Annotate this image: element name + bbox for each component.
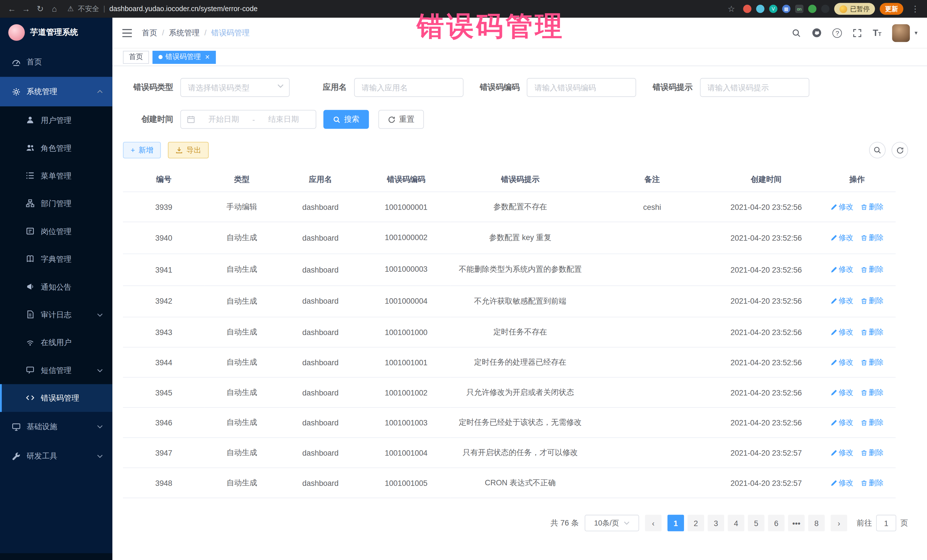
pager-page-6[interactable]: 6: [768, 515, 784, 531]
profile-paused-badge[interactable]: 已暂停: [834, 3, 875, 15]
reset-button[interactable]: 重置: [378, 110, 424, 129]
search-button[interactable]: 搜索: [324, 110, 369, 129]
reload-icon[interactable]: ↻: [33, 4, 47, 14]
pager-page-8[interactable]: 8: [808, 515, 825, 531]
home-icon[interactable]: ⌂: [47, 4, 62, 14]
export-button[interactable]: 导出: [168, 142, 209, 158]
delete-link[interactable]: 删除: [860, 296, 884, 306]
edit-link[interactable]: 修改: [830, 296, 853, 306]
delete-link[interactable]: 删除: [860, 233, 884, 243]
add-button[interactable]: + 新增: [123, 142, 161, 158]
col-time: 创建时间: [714, 168, 818, 192]
tab-home[interactable]: 首页: [123, 50, 149, 64]
warning-icon: ⚠: [67, 5, 74, 13]
cell-actions: 修改 删除: [818, 438, 896, 468]
goto-page-input[interactable]: [876, 515, 896, 531]
tab-error-code[interactable]: 错误码管理 ×: [153, 50, 216, 64]
sidebar-item-home[interactable]: 首页: [0, 47, 112, 77]
delete-link[interactable]: 删除: [860, 478, 884, 488]
drop-extension-icon[interactable]: [756, 5, 764, 13]
delete-link[interactable]: 删除: [860, 387, 884, 398]
user-avatar[interactable]: [892, 24, 910, 42]
sidebar-item-dev-tools[interactable]: 研发工具: [0, 442, 112, 471]
refresh-button[interactable]: [892, 142, 908, 158]
sidebar-item-notice-mgmt[interactable]: 通知公告: [0, 273, 112, 301]
forward-icon[interactable]: →: [19, 4, 33, 14]
avatar-caret-icon[interactable]: ▾: [915, 30, 917, 36]
table-body: 3939 手动编辑 dashboard 1001000001 参数配置不存在 c…: [123, 192, 896, 498]
leaf-extension-icon[interactable]: [808, 5, 816, 13]
bookmark-star-icon[interactable]: ☆: [724, 4, 739, 14]
fullscreen-icon[interactable]: [853, 28, 862, 37]
edit-link[interactable]: 修改: [830, 478, 853, 488]
cell-app: dashboard: [279, 192, 362, 222]
sidebar-item-infra[interactable]: 基础设施: [0, 412, 112, 442]
pager-page-1[interactable]: 1: [667, 515, 684, 531]
close-icon[interactable]: ×: [205, 52, 210, 61]
pager-page-5[interactable]: 5: [748, 515, 764, 531]
plug-extension-icon[interactable]: [821, 5, 830, 13]
pager-page-4[interactable]: 4: [728, 515, 744, 531]
edit-link[interactable]: 修改: [830, 265, 853, 275]
sidebar-item-error-code[interactable]: 错误码管理: [0, 384, 112, 412]
delete-link[interactable]: 删除: [860, 202, 884, 212]
edit-link[interactable]: 修改: [830, 387, 853, 398]
sidebar-item-user-mgmt[interactable]: 用户管理: [0, 106, 112, 134]
edit-link[interactable]: 修改: [830, 233, 853, 243]
app-logo[interactable]: 芋道管理系统: [0, 18, 112, 47]
sidebar-item-system[interactable]: 系统管理: [0, 77, 112, 106]
breadcrumb-home[interactable]: 首页: [142, 27, 157, 38]
table-header-row: 编号 类型 应用名 错误码编码 错误码提示 备注 创建时间 操作: [123, 168, 896, 192]
sidebar-item-role-mgmt[interactable]: 角色管理: [0, 134, 112, 162]
next-page-button[interactable]: ›: [831, 515, 847, 531]
search-icon[interactable]: [792, 28, 801, 37]
pager-page-2[interactable]: 2: [688, 515, 704, 531]
github-icon[interactable]: [812, 28, 822, 38]
update-button[interactable]: 更新: [880, 3, 903, 15]
prev-page-button[interactable]: ‹: [645, 515, 661, 531]
date-range-picker[interactable]: 开始日期 - 结束日期: [180, 110, 316, 129]
cell-id: 3942: [123, 285, 205, 317]
edit-link[interactable]: 修改: [830, 358, 853, 367]
delete-link[interactable]: 删除: [860, 327, 884, 337]
pager-page-3[interactable]: 3: [708, 515, 724, 531]
edit-link[interactable]: 修改: [830, 202, 853, 212]
delete-link[interactable]: 删除: [860, 265, 884, 275]
delete-link[interactable]: 删除: [860, 358, 884, 367]
address-bar[interactable]: ⚠ 不安全 | dashboard.yudao.iocoder.cn/syste…: [62, 4, 724, 14]
sidebar-toggle-icon[interactable]: [122, 29, 132, 37]
edit-link[interactable]: 修改: [830, 418, 853, 428]
sidebar-item-dept-mgmt[interactable]: 部门管理: [0, 190, 112, 217]
error-type-select[interactable]: [180, 78, 290, 97]
edit-link[interactable]: 修改: [830, 327, 853, 337]
browser-menu-icon[interactable]: ⋮: [908, 4, 922, 14]
sidebar-item-sms-mgmt[interactable]: 短信管理: [0, 357, 112, 384]
page-size-select[interactable]: 10条/页: [585, 515, 639, 531]
delete-link[interactable]: 删除: [860, 448, 884, 458]
on-badge-extension-icon[interactable]: on: [795, 5, 804, 13]
sidebar-item-audit-log[interactable]: 审计日志: [0, 301, 112, 328]
grid-extension-icon[interactable]: ▦: [782, 5, 790, 13]
sidebar-item-post-mgmt[interactable]: 岗位管理: [0, 217, 112, 245]
cell-time: 2021-04-20 23:52:56: [714, 285, 818, 317]
app-name-input[interactable]: [354, 78, 463, 97]
sidebar-item-menu-mgmt[interactable]: 菜单管理: [0, 162, 112, 190]
toggle-search-button[interactable]: [869, 142, 886, 158]
cell-time: 2021-04-20 23:52:56: [714, 222, 818, 254]
pager-ellipsis[interactable]: •••: [788, 515, 805, 531]
help-icon[interactable]: ?: [833, 28, 842, 37]
sidebar-item-online-users[interactable]: 在线用户: [0, 328, 112, 356]
v-extension-icon[interactable]: V: [769, 5, 778, 13]
edit-link[interactable]: 修改: [830, 448, 853, 458]
sidebar-collapse-bar[interactable]: [0, 553, 112, 560]
error-code-input[interactable]: [527, 78, 636, 97]
delete-link[interactable]: 删除: [860, 418, 884, 428]
sidebar-item-dict-mgmt[interactable]: 字典管理: [0, 245, 112, 273]
document-icon: [26, 310, 35, 319]
error-hint-input[interactable]: [700, 78, 809, 97]
pager-pages: 123456•••8: [667, 515, 825, 531]
record-extension-icon[interactable]: [743, 5, 751, 13]
font-size-icon[interactable]: TT: [873, 28, 881, 38]
breadcrumb-system[interactable]: 系统管理: [169, 27, 200, 38]
back-icon[interactable]: ←: [5, 4, 19, 14]
